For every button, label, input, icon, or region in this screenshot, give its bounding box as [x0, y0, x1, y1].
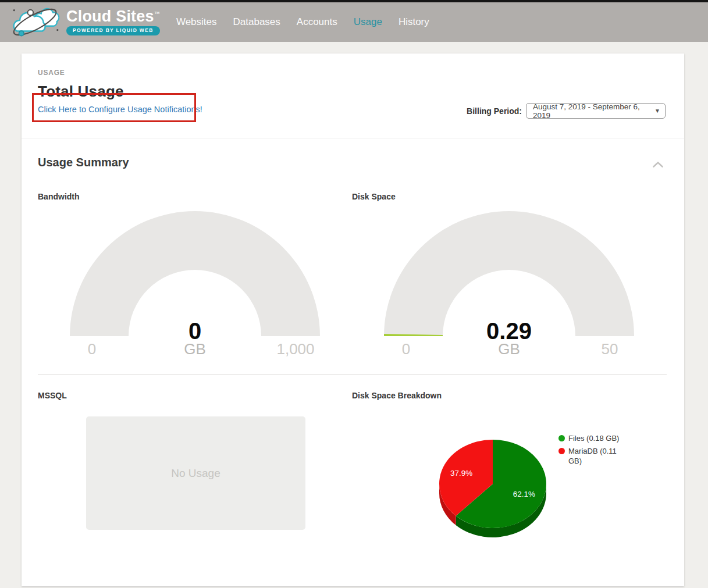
nav-item-databases[interactable]: Databases [225, 13, 289, 31]
collapse-section-button[interactable] [649, 157, 667, 172]
disk-space-value: 0.29 [384, 319, 634, 343]
mssql-panel: MSSQL No Usage [38, 391, 352, 540]
billing-period-label: Billing Period: [467, 106, 522, 116]
main-navbar: Cloud Sites™ POWERED BY LIQUID WEB Websi… [0, 2, 708, 42]
section-eyebrow: USAGE [38, 69, 65, 77]
brand-tagline-pill: POWERED BY LIQUID WEB [66, 26, 160, 35]
bandwidth-value: 0 [70, 319, 320, 343]
bandwidth-axis-labels: 0 GB 1,000 [70, 340, 320, 359]
disk-breakdown-title: Disk Space Breakdown [352, 391, 667, 400]
nav-links: Websites Databases Accounts Usage Histor… [168, 13, 437, 31]
cloud-logo-icon [9, 4, 63, 40]
section-divider [38, 374, 667, 375]
chevron-up-icon [653, 162, 663, 168]
billing-period-value: August 7, 2019 - September 6, 2019 [533, 102, 654, 120]
nav-item-websites[interactable]: Websites [168, 13, 225, 31]
mariadb-legend-dot-icon [558, 448, 565, 454]
disk-space-axis-labels: 0 GB 50 [384, 340, 634, 359]
disk-breakdown-chart: 62.1%37.9% Files (0.18 GB) MariaDB (0.11… [352, 434, 667, 540]
disk-space-panel: Disk Space 0.29 0 GB 50 [352, 192, 667, 359]
bandwidth-title: Bandwidth [38, 192, 352, 201]
disk-breakdown-panel: Disk Space Breakdown 62.1%37.9% Files (0… [352, 391, 667, 540]
bandwidth-gauge: 0 0 GB 1,000 [70, 211, 320, 359]
breakdown-row: MSSQL No Usage Disk Space Breakdown 62.1… [38, 391, 667, 540]
bandwidth-panel: Bandwidth 0 0 GB 1,000 [38, 192, 352, 359]
usage-summary-header: Usage Summary [38, 156, 667, 172]
pie-legend: Files (0.18 GB) MariaDB (0.11 GB) [558, 434, 627, 469]
dropdown-caret-icon: ▼ [654, 108, 660, 114]
nav-item-accounts[interactable]: Accounts [289, 13, 346, 31]
files-legend-dot-icon [558, 435, 565, 441]
trademark: ™ [154, 10, 160, 17]
disk-breakdown-pie[interactable]: 62.1%37.9% [437, 439, 548, 540]
mariadb-legend-label: MariaDB (0.11 GB) [568, 447, 627, 466]
nav-item-usage[interactable]: Usage [346, 13, 390, 31]
billing-period-select[interactable]: August 7, 2019 - September 6, 2019 ▼ [526, 103, 666, 119]
svg-text:37.9%: 37.9% [450, 469, 472, 477]
configure-notifications-link[interactable]: Click Here to Configure Usage Notificati… [38, 105, 202, 114]
brand-name: Cloud Sites™ [66, 9, 160, 24]
disk-space-gauge: 0.29 0 GB 50 [384, 211, 634, 359]
disk-space-max-label: 50 [585, 340, 634, 358]
disk-space-title: Disk Space [352, 192, 667, 201]
brand-text: Cloud Sites™ POWERED BY LIQUID WEB [66, 9, 160, 35]
files-legend-label: Files (0.18 GB) [568, 434, 619, 444]
usage-summary-section: Usage Summary Bandwidth 0 0 GB 1,000 [22, 138, 684, 540]
usage-card: USAGE Total Usage Click Here to Configur… [22, 54, 684, 586]
mssql-empty-box: No Usage [86, 416, 305, 530]
bandwidth-max-label: 1,000 [271, 340, 320, 358]
legend-item-mariadb[interactable]: MariaDB (0.11 GB) [558, 447, 627, 466]
legend-item-files[interactable]: Files (0.18 GB) [558, 434, 627, 444]
cloud-sites-logo[interactable]: Cloud Sites™ POWERED BY LIQUID WEB [9, 4, 160, 40]
card-header: USAGE Total Usage Click Here to Configur… [22, 54, 684, 138]
usage-summary-title: Usage Summary [38, 156, 129, 169]
gauges-row: Bandwidth 0 0 GB 1,000 Disk Space 0.29 [38, 192, 667, 359]
billing-period: Billing Period: August 7, 2019 - Septemb… [467, 103, 666, 119]
mssql-empty-text: No Usage [171, 467, 220, 480]
nav-item-history[interactable]: History [390, 13, 437, 31]
svg-text:62.1%: 62.1% [513, 490, 535, 498]
mssql-title: MSSQL [38, 391, 352, 400]
page-title: Total Usage [38, 83, 124, 101]
